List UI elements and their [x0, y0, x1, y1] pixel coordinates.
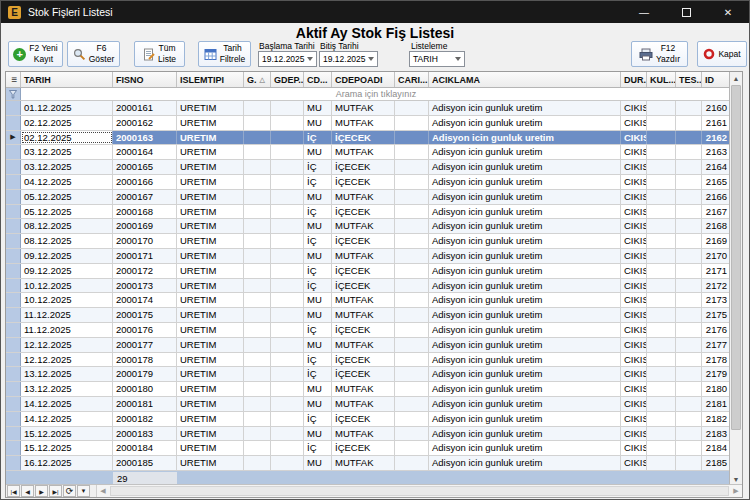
table-row[interactable]: 02.12.20252000162URETIMMUMUTFAKAdisyon i… — [6, 116, 731, 131]
table-row[interactable]: 05.12.20252000167URETIMMUMUTFAKAdisyon i… — [6, 190, 731, 205]
vertical-scrollbar-thumb[interactable] — [731, 85, 741, 430]
cell-id: 2171 — [702, 264, 731, 278]
row-selector[interactable] — [6, 234, 21, 248]
row-selector[interactable] — [6, 145, 21, 159]
refresh-icon[interactable]: ⟳ — [63, 485, 76, 497]
column-header-aciklama[interactable]: ACIKLAMA — [429, 72, 621, 87]
row-selector[interactable] — [6, 353, 21, 367]
table-row[interactable]: 01.12.20252000161URETIMMUMUTFAKAdisyon i… — [6, 101, 731, 116]
show-button[interactable]: F6Göster — [67, 41, 120, 67]
vertical-scrollbar[interactable]: ▲ ▼ — [729, 72, 742, 486]
column-header-kul[interactable]: KUL... — [647, 72, 676, 87]
nav-next-button[interactable]: ▶ — [35, 485, 48, 497]
column-header-cdepoadi[interactable]: CDEPOADI — [332, 72, 395, 87]
grid-menu-icon[interactable]: ≡ — [6, 72, 21, 87]
column-header-fisno[interactable]: FISNO — [113, 72, 177, 87]
scroll-left-icon[interactable]: ◀ — [97, 485, 109, 497]
table-row[interactable]: 13.12.20252000179URETIMİÇİÇECEKAdisyon i… — [6, 367, 731, 382]
cell-cari — [395, 160, 429, 174]
end-date-combobox[interactable]: 19.12.2025 — [319, 51, 378, 67]
column-header-islemtipi[interactable]: ISLEMTIPI — [177, 72, 244, 87]
row-selector[interactable] — [6, 323, 21, 337]
print-button[interactable]: F12Yazdır — [631, 41, 688, 67]
cell-kul — [647, 116, 676, 130]
row-selector[interactable] — [6, 456, 21, 470]
column-header-tes[interactable]: TES... — [676, 72, 702, 87]
new-record-button[interactable]: + F2 YeniKayıt — [8, 41, 63, 67]
column-header-tarih[interactable]: TARIH — [21, 72, 113, 87]
row-selector[interactable] — [6, 160, 21, 174]
cell-cd: İÇ — [304, 367, 332, 381]
table-row[interactable]: 03.12.20252000165URETIMİÇİÇECEKAdisyon i… — [6, 160, 731, 175]
table-row[interactable]: 08.12.20252000170URETIMİÇİÇECEKAdisyon i… — [6, 234, 731, 249]
close-button[interactable]: ✕ — [707, 1, 749, 23]
table-row[interactable]: 12.12.20252000177URETIMMUMUTFAKAdisyon i… — [6, 338, 731, 353]
row-selector[interactable] — [6, 441, 21, 455]
column-header-cd[interactable]: CD... — [304, 72, 332, 87]
row-selector[interactable] — [6, 190, 21, 204]
current-row-marker-icon[interactable]: ▶ — [6, 131, 21, 145]
row-selector[interactable] — [6, 427, 21, 441]
minimize-button[interactable]: — — [623, 1, 665, 23]
table-row[interactable]: 15.12.20252000184URETIMİÇİÇECEKAdisyon i… — [6, 441, 731, 456]
nav-prev-button[interactable]: ◀ — [21, 485, 34, 497]
row-selector[interactable] — [6, 249, 21, 263]
filter-icon[interactable]: ▼ — [77, 485, 90, 497]
table-row[interactable]: 03.12.20252000164URETIMMUMUTFAKAdisyon i… — [6, 145, 731, 160]
grid-filter-row[interactable]: Arama için tıklayınız — [6, 88, 731, 101]
table-row[interactable]: 15.12.20252000183URETIMMUMUTFAKAdisyon i… — [6, 427, 731, 442]
nav-first-button[interactable]: |◀ — [7, 485, 20, 497]
table-row[interactable]: 11.12.20252000175URETIMMUMUTFAKAdisyon i… — [6, 308, 731, 323]
cell-cdepoadi: MUTFAK — [332, 145, 395, 159]
cell-aciklama: Adisyon icin gunluk uretim — [429, 382, 621, 396]
date-filter-button[interactable]: TarihFiltrele — [198, 41, 251, 67]
row-selector[interactable] — [6, 116, 21, 130]
column-header-dur[interactable]: DUR... — [621, 72, 647, 87]
row-selector[interactable] — [6, 293, 21, 307]
table-row[interactable]: 05.12.20252000168URETIMİÇİÇECEKAdisyon i… — [6, 205, 731, 220]
row-selector[interactable] — [6, 412, 21, 426]
table-row[interactable]: ▶02.12.20252000163URETIMİÇİÇECEKAdisyon … — [6, 131, 731, 146]
cell-id: 2182 — [702, 412, 731, 426]
all-list-button[interactable]: TümListe — [134, 41, 185, 67]
table-row[interactable]: 12.12.20252000178URETIMİÇİÇECEKAdisyon i… — [6, 353, 731, 368]
close-form-button[interactable]: Kapat — [697, 41, 747, 67]
listing-combobox[interactable]: TARIH — [409, 51, 465, 67]
row-selector[interactable] — [6, 308, 21, 322]
row-selector[interactable] — [6, 101, 21, 115]
table-row[interactable]: 08.12.20252000169URETIMMUMUTFAKAdisyon i… — [6, 219, 731, 234]
row-selector[interactable] — [6, 205, 21, 219]
row-selector[interactable] — [6, 397, 21, 411]
maximize-button[interactable] — [665, 1, 707, 23]
table-row[interactable]: 09.12.20252000172URETIMİÇİÇECEKAdisyon i… — [6, 264, 731, 279]
row-selector[interactable] — [6, 367, 21, 381]
start-date-combobox[interactable]: 19.12.2025 — [258, 51, 317, 67]
table-row[interactable]: 13.12.20252000180URETIMMUMUTFAKAdisyon i… — [6, 382, 731, 397]
column-header-gdep[interactable]: GDEP... — [271, 72, 304, 87]
table-row[interactable]: 10.12.20252000174URETIMMUMUTFAKAdisyon i… — [6, 293, 731, 308]
scroll-up-icon[interactable]: ▲ — [730, 72, 742, 85]
cell-id: 2164 — [702, 160, 731, 174]
table-row[interactable]: 14.12.20252000182URETIMİÇİÇECEKAdisyon i… — [6, 412, 731, 427]
table-row[interactable]: 04.12.20252000166URETIMİÇİÇECEKAdisyon i… — [6, 175, 731, 190]
table-row[interactable]: 14.12.20252000181URETIMMUMUTFAKAdisyon i… — [6, 397, 731, 412]
row-selector[interactable] — [6, 175, 21, 189]
table-row[interactable]: 11.12.20252000176URETIMİÇİÇECEKAdisyon i… — [6, 323, 731, 338]
scroll-right-icon[interactable]: ▶ — [730, 485, 742, 497]
table-row[interactable]: 16.12.20252000185URETIMMUMUTFAKAdisyon i… — [6, 456, 731, 471]
row-selector[interactable] — [6, 338, 21, 352]
cell-tarih: 15.12.2025 — [21, 441, 113, 455]
row-selector[interactable] — [6, 264, 21, 278]
row-selector[interactable] — [6, 219, 21, 233]
horizontal-scrollbar[interactable]: ◀ ▶ — [96, 485, 742, 497]
cell-aciklama: Adisyon icin gunluk uretim — [429, 367, 621, 381]
horizontal-scrollbar-thumb[interactable] — [110, 486, 729, 496]
column-header-cari[interactable]: CARI... — [395, 72, 429, 87]
nav-last-button[interactable]: ▶| — [49, 485, 62, 497]
column-header-id[interactable]: ID — [702, 72, 731, 87]
table-row[interactable]: 09.12.20252000171URETIMMUMUTFAKAdisyon i… — [6, 249, 731, 264]
row-selector[interactable] — [6, 279, 21, 293]
table-row[interactable]: 10.12.20252000173URETIMİÇİÇECEKAdisyon i… — [6, 279, 731, 294]
row-selector[interactable] — [6, 382, 21, 396]
column-header-g[interactable]: G.△ — [244, 72, 271, 87]
